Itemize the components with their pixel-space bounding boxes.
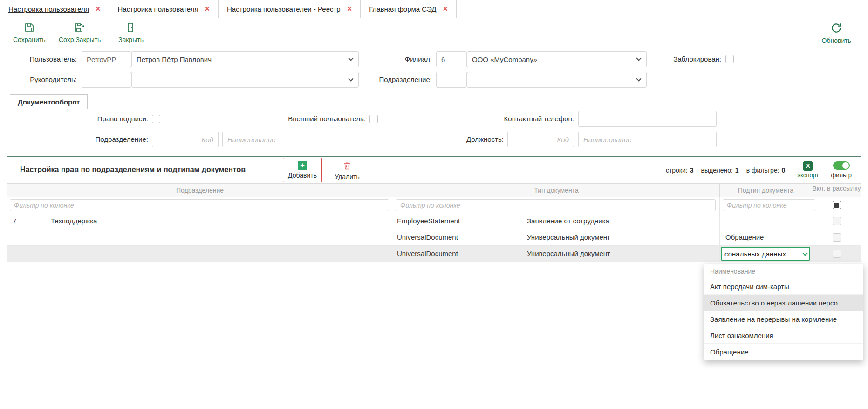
row-number-cell bbox=[7, 246, 47, 262]
branch-label: Филиал: bbox=[387, 51, 432, 67]
tab-user-settings-1[interactable]: Настройка пользователя × bbox=[0, 0, 109, 18]
external-user-label: Внешний пользователь: bbox=[279, 111, 366, 127]
refresh-label: Обновить bbox=[822, 37, 851, 44]
blocked-checkbox[interactable] bbox=[725, 55, 734, 63]
table-row[interactable]: 7 Техподдержка EmployeeStatement Заявлен… bbox=[7, 213, 861, 229]
row-number-cell: 7 bbox=[7, 213, 47, 229]
filter-department-input[interactable] bbox=[10, 199, 389, 211]
filter-subtype-input[interactable] bbox=[723, 199, 815, 211]
save-label: Сохранить bbox=[13, 36, 46, 43]
add-row-label: Добавить bbox=[288, 172, 317, 179]
department-cell: Техподдержка bbox=[47, 213, 393, 229]
close-button[interactable]: Закрыть bbox=[118, 22, 144, 43]
save-close-button[interactable]: Сохр.Закрыть bbox=[59, 22, 101, 43]
chevron-down-icon bbox=[348, 76, 353, 81]
delete-row-label: Удалить bbox=[335, 173, 359, 180]
manager-code-input[interactable] bbox=[82, 72, 131, 88]
doc-type-code-cell: EmployeeStatement bbox=[393, 213, 523, 229]
mailing-checkbox[interactable] bbox=[833, 250, 841, 258]
grid-header-right: строки:3 выделено:1 в фильтре:0 X экспор… bbox=[666, 157, 852, 183]
subdivision-label: Подразделение: bbox=[79, 132, 148, 147]
table-row-selected[interactable]: UniversalDocument Универсальный документ bbox=[7, 246, 861, 262]
subdivision-name-input[interactable] bbox=[222, 132, 431, 147]
branch-code-input[interactable] bbox=[436, 51, 467, 67]
tab-main-form[interactable]: Главная форма СЭД × bbox=[361, 0, 457, 18]
save-button[interactable]: Сохранить bbox=[13, 22, 46, 43]
grid-title: Настройка прав по подразделениям и подти… bbox=[20, 157, 246, 183]
chevron-down-icon bbox=[636, 76, 641, 81]
subtype-editor-input[interactable] bbox=[721, 247, 810, 261]
filter-toggle-label: фильтр bbox=[831, 172, 852, 179]
table-row[interactable]: UniversalDocument Универсальный документ… bbox=[7, 229, 861, 246]
filtered-stat: в фильтре:0 bbox=[746, 166, 786, 174]
rows-stat: строки:3 bbox=[666, 166, 694, 174]
dropdown-item[interactable]: Акт передачи сим-карты bbox=[704, 278, 863, 295]
grid-filter-row bbox=[7, 197, 861, 213]
col-header-department[interactable]: Подразделение bbox=[7, 184, 393, 197]
user-name-value: Петров Пётр Павлович bbox=[137, 55, 212, 63]
close-icon[interactable]: × bbox=[347, 5, 352, 13]
export-excel-button[interactable]: X экспорт bbox=[797, 161, 819, 179]
sign-right-label: Право подписи: bbox=[79, 111, 148, 127]
subdivision-code-input[interactable] bbox=[152, 132, 219, 147]
plus-icon: + bbox=[298, 161, 307, 170]
delete-row-button[interactable]: Удалить bbox=[329, 159, 365, 182]
filter-doc-type-input[interactable] bbox=[396, 199, 716, 211]
position-label: Должность: bbox=[446, 132, 504, 147]
close-icon[interactable]: × bbox=[205, 5, 210, 13]
user-code-input[interactable] bbox=[82, 51, 131, 67]
mailing-checkbox[interactable] bbox=[833, 233, 841, 242]
user-name-combo[interactable]: Петров Пётр Павлович bbox=[131, 51, 359, 67]
tab-label: Настройка пользователя bbox=[118, 5, 198, 13]
col-header-include-mailing[interactable]: Вкл. в рассылку bbox=[812, 184, 861, 197]
department-label: Подразделение: bbox=[368, 72, 432, 88]
toggle-knob bbox=[842, 162, 849, 169]
selected-stat: выделено:1 bbox=[701, 166, 739, 174]
subtype-editor-cell bbox=[720, 246, 812, 262]
dropdown-item[interactable]: Заявление на перерывы на кормление bbox=[704, 311, 863, 327]
col-header-doc-subtype[interactable]: Подтип документа bbox=[720, 184, 812, 197]
tab-strip: Настройка пользователя × Настройка польз… bbox=[0, 0, 868, 18]
chevron-down-icon bbox=[636, 55, 641, 61]
contact-phone-input[interactable] bbox=[578, 111, 717, 127]
doc-type-code-cell: UniversalDocument bbox=[393, 229, 523, 245]
excel-icon: X bbox=[803, 161, 813, 171]
col-header-doc-type[interactable]: Тип документа bbox=[393, 184, 720, 197]
branch-name-value: ООО «MyCompany» bbox=[472, 55, 537, 63]
department-code-input[interactable] bbox=[436, 72, 467, 88]
save-icon bbox=[24, 22, 35, 35]
subtype-dropdown: Наименование Акт передачи сим-карты Обяз… bbox=[704, 264, 863, 360]
manager-name-combo[interactable] bbox=[131, 72, 359, 88]
tab-user-settings-2[interactable]: Настройка пользователя × bbox=[109, 0, 219, 18]
position-name-input[interactable] bbox=[578, 132, 717, 147]
dropdown-item[interactable]: Обращение bbox=[704, 344, 863, 360]
grid-stats: строки:3 выделено:1 в фильтре:0 bbox=[666, 166, 786, 174]
export-label: экспорт bbox=[797, 172, 819, 179]
branch-name-combo[interactable]: ООО «MyCompany» bbox=[467, 51, 647, 67]
door-exit-icon bbox=[125, 22, 137, 35]
refresh-icon bbox=[830, 22, 842, 35]
dropdown-item[interactable]: Лист ознакомления bbox=[704, 327, 863, 344]
external-user-checkbox[interactable] bbox=[369, 115, 378, 123]
sign-right-checkbox[interactable] bbox=[152, 115, 160, 123]
tab-document-flow[interactable]: Документооборот bbox=[10, 94, 88, 109]
tab-label: Настройка пользователя bbox=[8, 5, 89, 13]
tab-label: Настройка пользователей - Реестр bbox=[227, 5, 341, 13]
filter-toggle[interactable] bbox=[833, 161, 850, 170]
close-icon[interactable]: × bbox=[443, 5, 448, 13]
row-number-cell bbox=[7, 229, 47, 245]
dropdown-item-highlighted[interactable]: Обязательство о неразглашении персо... bbox=[704, 295, 863, 311]
filter-toggle-block: фильтр bbox=[831, 161, 852, 179]
department-name-combo[interactable] bbox=[467, 72, 647, 88]
filter-mailing-checkbox[interactable] bbox=[833, 201, 841, 209]
contact-phone-label: Контактный телефон: bbox=[493, 111, 574, 127]
refresh-button[interactable]: Обновить bbox=[822, 22, 851, 44]
trash-icon bbox=[342, 161, 352, 172]
mailing-checkbox[interactable] bbox=[833, 217, 841, 225]
add-row-button[interactable]: + Добавить bbox=[283, 158, 322, 182]
app-window: Настройка пользователя × Настройка польз… bbox=[0, 0, 868, 409]
close-icon[interactable]: × bbox=[96, 5, 101, 13]
tab-users-registry[interactable]: Настройка пользователей - Реестр × bbox=[219, 0, 361, 18]
position-code-input[interactable] bbox=[507, 132, 574, 147]
dropdown-header: Наименование bbox=[704, 264, 863, 278]
